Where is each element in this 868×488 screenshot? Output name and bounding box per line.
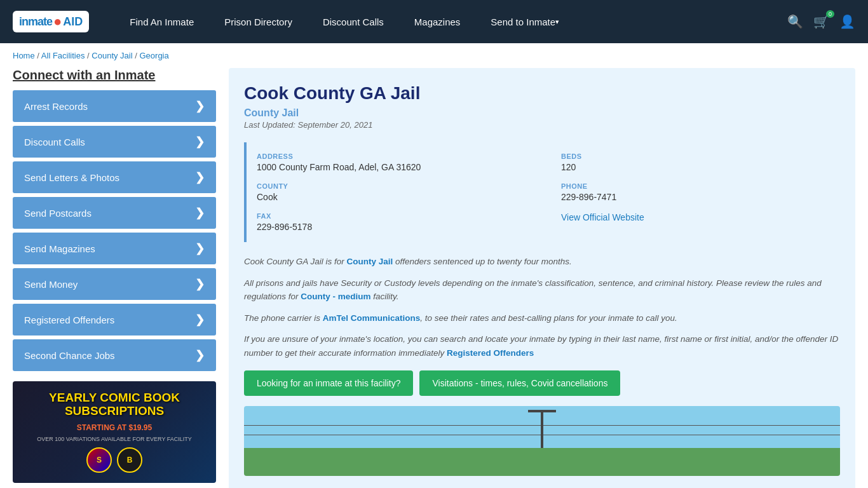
sidebar-arrow: ❯ [195, 348, 205, 362]
sidebar-item-second-chance-jobs[interactable]: Second Chance Jobs ❯ [13, 339, 216, 371]
breadcrumb-home[interactable]: Home [13, 51, 35, 60]
facility-updated: Last Updated: September 20, 2021 [244, 120, 840, 130]
sidebar-label: Send Letters & Photos [24, 172, 119, 183]
main-nav: inmate ● AID Find An Inmate Prison Direc… [0, 0, 868, 43]
sidebar-label: Send Money [24, 279, 78, 290]
logo-aid-text: AID [63, 15, 83, 29]
visitations-button[interactable]: Visitations - times, rules, Covid cancel… [419, 370, 620, 396]
phone-value: 229-896-7471 [561, 192, 840, 202]
user-icon[interactable]: 👤 [839, 14, 855, 29]
ad-note: OVER 100 VARIATIONS AVAILABLE FOR EVERY … [37, 436, 192, 442]
sidebar-item-arrest-records[interactable]: Arrest Records ❯ [13, 90, 216, 122]
sidebar-item-send-money[interactable]: Send Money ❯ [13, 268, 216, 300]
sidebar-label: Send Postcards [24, 208, 92, 219]
ad-banner[interactable]: YEARLY COMIC BOOKSUBSCRIPTIONS STARTING … [13, 381, 216, 483]
logo[interactable]: inmate ● AID [13, 11, 89, 32]
beds-label: BEDS [561, 152, 840, 160]
breadcrumb-county-jail[interactable]: County Jail [92, 51, 132, 60]
address-label: ADDRESS [257, 152, 536, 160]
county-value: Cook [257, 192, 536, 202]
breadcrumb-all-facilities[interactable]: All Facilities [41, 51, 85, 60]
beds-value: 120 [561, 162, 840, 172]
facility-type: County Jail [244, 107, 840, 119]
facility-image [244, 406, 840, 476]
sidebar-title: Connect with an Inmate [13, 68, 216, 83]
search-icon[interactable]: 🔍 [787, 14, 803, 29]
sidebar-arrow: ❯ [195, 170, 205, 184]
county-block: COUNTY Cook [257, 182, 536, 202]
website-link[interactable]: View Official Website [561, 212, 644, 222]
sidebar-label: Send Magazines [24, 243, 95, 254]
amtel-link[interactable]: AmTel Communications [323, 313, 421, 323]
nav-send-to-inmate[interactable]: Send to Inmate [475, 0, 574, 43]
sidebar-label: Discount Calls [24, 137, 85, 147]
cart-badge: 0 [826, 10, 834, 18]
sidebar: Connect with an Inmate Arrest Records ❯ … [13, 68, 216, 488]
ad-heroes: S B [86, 447, 142, 473]
hero-superman: S [86, 447, 112, 473]
address-value: 1000 County Farm Road, Adel, GA 31620 [257, 162, 536, 172]
desc-3: The phone carrier is AmTel Communication… [244, 311, 840, 325]
sidebar-arrow: ❯ [195, 241, 205, 255]
county-medium-link[interactable]: County - medium [301, 292, 370, 301]
utility-pole [541, 410, 543, 448]
logo-inmate-text: inmate [19, 15, 52, 29]
nav-discount-calls[interactable]: Discount Calls [308, 0, 399, 43]
phone-block: PHONE 229-896-7471 [561, 182, 840, 202]
fax-label: FAX [257, 212, 536, 220]
sidebar-label: Arrest Records [24, 101, 88, 112]
registered-offenders-link[interactable]: Registered Offenders [447, 348, 534, 358]
nav-magazines[interactable]: Magazines [399, 0, 476, 43]
hero-batman: B [117, 447, 142, 473]
sidebar-item-registered-offenders[interactable]: Registered Offenders ❯ [13, 304, 216, 336]
cart-icon[interactable]: 🛒 0 [813, 14, 829, 29]
sidebar-label: Registered Offenders [24, 315, 114, 325]
county-jail-link[interactable]: County Jail [347, 257, 393, 266]
action-buttons: Looking for an inmate at this facility? … [244, 370, 840, 396]
nav-links: Find An Inmate Prison Directory Discount… [114, 0, 787, 43]
sidebar-item-send-postcards[interactable]: Send Postcards ❯ [13, 197, 216, 229]
find-inmate-button[interactable]: Looking for an inmate at this facility? [244, 370, 413, 396]
fax-block: FAX 229-896-5178 [257, 212, 536, 232]
sidebar-item-send-letters[interactable]: Send Letters & Photos ❯ [13, 161, 216, 193]
nav-find-inmate[interactable]: Find An Inmate [114, 0, 209, 43]
sidebar-arrow: ❯ [195, 99, 205, 113]
facility-content: Cook County GA Jail County Jail Last Upd… [229, 68, 855, 488]
breadcrumb-georgia[interactable]: Georgia [139, 51, 168, 60]
ad-title: YEARLY COMIC BOOKSUBSCRIPTIONS [49, 391, 180, 418]
county-label: COUNTY [257, 182, 536, 190]
sidebar-item-discount-calls[interactable]: Discount Calls ❯ [13, 126, 216, 158]
sidebar-item-send-magazines[interactable]: Send Magazines ❯ [13, 233, 216, 264]
nav-icons: 🔍 🛒 0 👤 [787, 14, 855, 29]
desc-1: Cook County GA Jail is for County Jail o… [244, 255, 840, 269]
logo-dot: ● [53, 13, 62, 30]
sidebar-arrow: ❯ [195, 135, 205, 149]
ad-price: STARTING AT $19.95 [77, 423, 152, 432]
website-block: View Official Website [561, 212, 840, 232]
address-block: ADDRESS 1000 County Farm Road, Adel, GA … [257, 152, 536, 172]
breadcrumb: Home / All Facilities / County Jail / Ge… [0, 43, 868, 68]
sidebar-arrow: ❯ [195, 313, 205, 327]
sidebar-label: Second Chance Jobs [24, 350, 115, 361]
facility-info-grid: ADDRESS 1000 County Farm Road, Adel, GA … [244, 142, 840, 242]
desc-2: All prisons and jails have Security or C… [244, 276, 840, 304]
nav-prison-directory[interactable]: Prison Directory [209, 0, 308, 43]
phone-label: PHONE [561, 182, 840, 190]
sidebar-arrow: ❯ [195, 206, 205, 220]
facility-title: Cook County GA Jail [244, 83, 840, 104]
beds-block: BEDS 120 [561, 152, 840, 172]
fax-value: 229-896-5178 [257, 222, 536, 232]
pole-crossbar [528, 410, 556, 412]
desc-4: If you are unsure of your inmate's locat… [244, 332, 840, 360]
main-container: Connect with an Inmate Arrest Records ❯ … [0, 68, 868, 488]
sidebar-arrow: ❯ [195, 277, 205, 291]
